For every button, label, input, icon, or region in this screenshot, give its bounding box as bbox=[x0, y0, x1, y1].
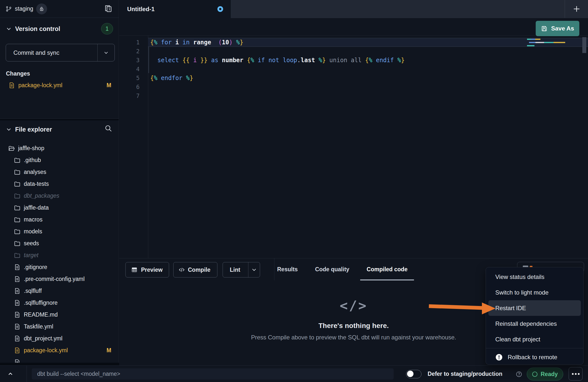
code-line-7[interactable]: 7 bbox=[119, 91, 588, 100]
code-line-3[interactable]: 3 select {{ i }} as number {% if not loo… bbox=[119, 56, 588, 65]
tree-item-sqlfluffignore[interactable]: .sqlfluffignore bbox=[0, 297, 119, 309]
commit-dropdown-toggle[interactable] bbox=[98, 44, 115, 61]
tab-results[interactable]: Results bbox=[277, 258, 298, 280]
tree-item-readme-md[interactable]: README.md bbox=[0, 309, 119, 321]
tree-item-label: dbt_project.yml bbox=[24, 335, 62, 342]
menu-item-label: Clean dbt project bbox=[495, 336, 540, 343]
code-lines: 1{% for i in range (10) %}23 select {{ i… bbox=[119, 38, 588, 100]
menu-item-clean-dbt-project[interactable]: Clean dbt project bbox=[486, 331, 583, 347]
tree-item-package-lock-yml[interactable]: package-lock.ymlM bbox=[0, 344, 119, 356]
annotation-arrow-head bbox=[482, 302, 496, 314]
tree-item-label: .pre-commit-config.yaml bbox=[24, 276, 85, 282]
code-icon bbox=[178, 267, 185, 273]
code-line-4[interactable]: 4 bbox=[119, 65, 588, 74]
tree-item-taskfile-yml[interactable]: Taskfile.yml bbox=[0, 321, 119, 332]
lint-label: Lint bbox=[223, 262, 248, 277]
tree-item-macros[interactable]: macros bbox=[0, 214, 119, 225]
table-icon bbox=[131, 267, 138, 273]
tab-untitled-1[interactable]: Untitled-1 bbox=[119, 0, 231, 18]
changes-count-badge: 1 bbox=[101, 23, 113, 34]
menu-item-label: Rollback to remote bbox=[508, 354, 557, 361]
code-line-1[interactable]: 1{% for i in range (10) %} bbox=[119, 38, 588, 47]
line-content bbox=[148, 47, 588, 56]
minimap-line bbox=[529, 42, 565, 43]
tab-strip: Untitled-1 bbox=[119, 0, 588, 18]
branch-lock-pill bbox=[36, 3, 47, 14]
new-tab-button[interactable] bbox=[565, 0, 588, 18]
code-line-5[interactable]: 5{% endfor %} bbox=[119, 74, 588, 82]
lint-dropdown-toggle[interactable] bbox=[248, 262, 260, 277]
ellipsis-icon bbox=[578, 373, 580, 375]
defer-toggle[interactable] bbox=[406, 370, 421, 378]
more-options-button[interactable] bbox=[569, 367, 583, 381]
tree-item-analyses[interactable]: analyses bbox=[0, 166, 119, 178]
chevron-down-icon bbox=[5, 126, 12, 133]
line-number: 6 bbox=[119, 82, 148, 91]
help-icon[interactable] bbox=[516, 371, 522, 378]
line-content: {% endfor %} bbox=[148, 74, 588, 82]
tree-item-dbt-packages[interactable]: dbt_packages bbox=[0, 190, 119, 202]
chevron-up-icon[interactable] bbox=[6, 370, 14, 378]
tree-item-pre-commit-config-yaml[interactable]: .pre-commit-config.yaml bbox=[0, 273, 119, 285]
tree-item-data-tests[interactable]: data-tests bbox=[0, 178, 119, 190]
menu-item-label: View status details bbox=[495, 273, 544, 280]
code-line-6[interactable]: 6 bbox=[119, 82, 588, 91]
tree-item-sqlfluff[interactable]: .sqlfluff bbox=[0, 285, 119, 297]
folder-icon bbox=[14, 252, 21, 259]
empty-state-title: There's nothing here. bbox=[319, 322, 389, 330]
file-icon bbox=[14, 347, 21, 354]
tab-code-quality[interactable]: Code quality bbox=[315, 258, 349, 280]
empty-state-subtitle: Press Compile above to preview the SQL d… bbox=[251, 334, 456, 341]
command-input[interactable]: dbt build --select <model_name> bbox=[32, 368, 394, 380]
copy-icon[interactable] bbox=[104, 4, 113, 13]
tree-item-clipped[interactable] bbox=[0, 356, 119, 363]
code-line-2[interactable]: 2 bbox=[119, 47, 588, 56]
tree-item-label: target bbox=[24, 252, 38, 259]
menu-item-switch-to-light-mode[interactable]: Switch to light mode bbox=[486, 285, 583, 300]
tab-compiled-code[interactable]: Compiled code bbox=[367, 258, 408, 280]
tree-item-jaffle-shop[interactable]: jaffle-shop bbox=[0, 142, 119, 154]
menu-item-view-status-details[interactable]: View status details bbox=[486, 269, 583, 285]
version-control-title: Version control bbox=[15, 25, 60, 32]
changes-label: Changes bbox=[6, 70, 30, 77]
compile-button[interactable]: Compile bbox=[173, 262, 217, 277]
menu-divider bbox=[486, 348, 583, 348]
save-as-button[interactable]: Save As bbox=[536, 21, 579, 36]
file-explorer-header[interactable]: File explorer bbox=[5, 123, 52, 135]
folder-open-icon bbox=[8, 145, 15, 152]
tree-item-label: .sqlfluffignore bbox=[24, 300, 58, 306]
menu-item-restart-ide[interactable]: Restart IDE bbox=[488, 300, 581, 316]
search-icon[interactable] bbox=[104, 124, 112, 132]
lock-icon bbox=[39, 6, 44, 12]
tree-item-label: jaffle-shop bbox=[18, 145, 44, 152]
tree-item-label: package-lock.yml bbox=[24, 347, 68, 354]
minimap[interactable] bbox=[527, 37, 584, 49]
menu-item-label: Switch to light mode bbox=[495, 289, 549, 296]
tree-item-gitignore[interactable]: .gitignore bbox=[0, 261, 119, 273]
version-control-panel: staging Version control 1 Commit and syn… bbox=[0, 0, 119, 119]
menu-item-rollback-to-remote[interactable]: Rollback to remote bbox=[486, 349, 583, 365]
changed-file-row[interactable]: package-lock.yml M bbox=[0, 79, 119, 91]
scrollbar-thumb[interactable] bbox=[582, 37, 586, 53]
lint-button[interactable]: Lint bbox=[223, 262, 260, 277]
version-control-header[interactable]: Version control bbox=[5, 23, 60, 35]
tree-item-dbt-project-yml[interactable]: dbt_project.yml bbox=[0, 332, 119, 344]
commit-and-sync-button[interactable]: Commit and sync bbox=[6, 44, 115, 61]
file-icon bbox=[8, 82, 15, 89]
tree-item-seeds[interactable]: seeds bbox=[0, 237, 119, 249]
ellipsis-icon bbox=[572, 373, 574, 375]
modified-badge: M bbox=[107, 82, 111, 89]
branch-selector[interactable]: staging bbox=[5, 0, 47, 18]
code-editor[interactable]: 1{% for i in range (10) %}23 select {{ i… bbox=[119, 36, 588, 258]
preview-button[interactable]: Preview bbox=[125, 262, 169, 277]
tree-item-github[interactable]: .github bbox=[0, 154, 119, 166]
tree-item-jaffle-data[interactable]: jaffle-data bbox=[0, 202, 119, 214]
tab-title: Untitled-1 bbox=[127, 6, 155, 13]
tree-item-models[interactable]: models bbox=[0, 225, 119, 237]
indent-guide bbox=[148, 47, 149, 73]
ready-status-badge[interactable]: Ready bbox=[527, 368, 563, 381]
plus-icon bbox=[572, 5, 581, 13]
line-content: select {{ i }} as number {% if not loop.… bbox=[148, 56, 588, 65]
menu-item-reinstall-dependencies[interactable]: Reinstall dependencies bbox=[486, 316, 583, 331]
tree-item-target[interactable]: target bbox=[0, 249, 119, 261]
